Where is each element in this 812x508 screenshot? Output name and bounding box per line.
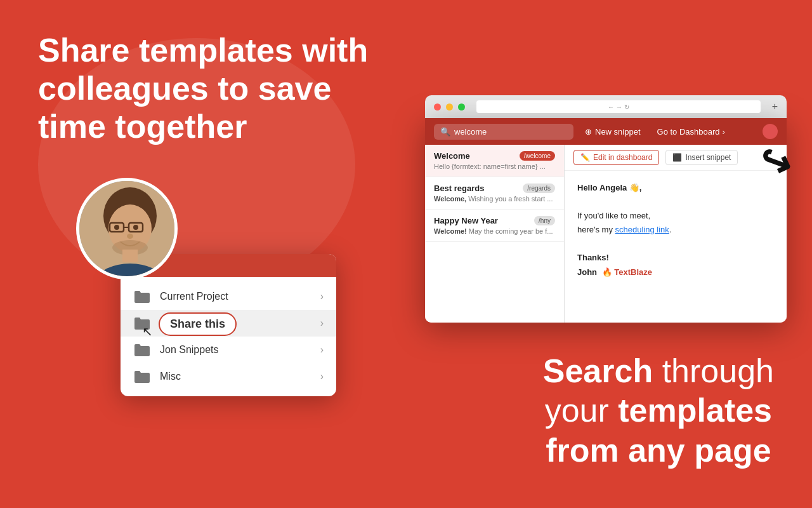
- scheduling-link[interactable]: scheduling link: [615, 225, 669, 234]
- preview-body: Hello Angela 👋, If you'd like to meet, h…: [565, 171, 787, 290]
- new-snippet-button[interactable]: ⊕ New snippet: [580, 124, 646, 140]
- traffic-dot-red: [434, 104, 441, 110]
- snippet-item-hny[interactable]: Happy New Year /hny Welcome! May the com…: [425, 210, 564, 242]
- svg-rect-11: [122, 250, 138, 262]
- preview-toolbar: ✏️ Edit in dashboard ⬛ Insert snippet: [565, 145, 787, 171]
- snippet-list: Welcome /welcome Hello {formtext: name=f…: [425, 145, 565, 323]
- search-box[interactable]: 🔍 welcome: [434, 124, 573, 140]
- edit-in-dashboard-button[interactable]: ✏️ Edit in dashboard: [573, 150, 659, 165]
- snippet-preview-regards: Welcome, Wishing you a fresh start ...: [434, 195, 555, 203]
- textblaze-logo: 🔥 TextBlaze: [602, 267, 652, 277]
- snippet-item-welcome[interactable]: Welcome /welcome Hello {formtext: name=f…: [425, 145, 564, 177]
- preview-thanks: Thanks!: [577, 253, 609, 262]
- preview-line1: If you'd like to meet,: [577, 209, 774, 223]
- popup-toolbar: 🔍 welcome ⊕ New snippet Go to Dashboard …: [425, 118, 787, 145]
- traffic-dot-green: [458, 104, 465, 110]
- tab-plus[interactable]: +: [772, 101, 778, 112]
- chevron-share-this: ›: [320, 318, 324, 329]
- headline: Share templates with colleagues to save …: [38, 32, 393, 145]
- go-dashboard-button[interactable]: Go to Dashboard ›: [652, 124, 730, 140]
- folder-item-jon-snippets[interactable]: Jon Snippets ›: [121, 337, 336, 363]
- browser-mockup: ← → ↻ + 🔍 welcome ⊕ New snippet Go to Da…: [425, 95, 787, 323]
- preview-sign: John 🔥 TextBlaze: [577, 265, 774, 279]
- search-icon: 🔍: [440, 127, 450, 137]
- plus-icon: ⊕: [585, 127, 592, 137]
- folder-item-misc[interactable]: Misc ›: [121, 363, 336, 390]
- preview-pane: ✏️ Edit in dashboard ⬛ Insert snippet He…: [565, 145, 787, 323]
- insert-icon: ⬛: [672, 153, 682, 162]
- folder-label-jon-snippets: Jon Snippets: [160, 344, 320, 356]
- snippet-shortcut-regards: /regards: [523, 184, 555, 193]
- folder-item-current-project[interactable]: Current Project ›: [121, 283, 336, 310]
- folder-label-misc: Misc: [160, 371, 320, 382]
- cursor-arrow: ↖: [142, 324, 153, 339]
- preview-line2: here's my scheduling link.: [577, 223, 774, 237]
- pencil-icon: ✏️: [580, 153, 590, 162]
- popup-content: Welcome /welcome Hello {formtext: name=f…: [425, 145, 787, 323]
- share-annotation: Share this: [159, 312, 237, 336]
- svg-point-7: [133, 225, 138, 230]
- insert-snippet-button[interactable]: ⬛ Insert snippet: [665, 150, 738, 165]
- folder-label-current-project: Current Project: [160, 291, 320, 302]
- avatar: [76, 178, 178, 279]
- preview-greeting: Hello Angela 👋,: [577, 183, 641, 192]
- snippet-shortcut-hny: /hny: [534, 216, 555, 225]
- snippet-preview-hny: Welcome! May the coming year be f...: [434, 227, 555, 235]
- snippet-item-regards[interactable]: Best regards /regards Welcome, Wishing y…: [425, 177, 564, 210]
- folder-list: Current Project › › Jon Snippets › Misc …: [121, 277, 336, 396]
- left-column: Share templates with colleagues to save …: [38, 32, 393, 164]
- chevron-right-icon: ›: [723, 127, 725, 137]
- address-bar: ← → ↻: [476, 100, 761, 113]
- share-circle-label: Share this: [159, 312, 237, 336]
- snippet-shortcut-welcome: /welcome: [520, 151, 555, 161]
- snippet-name-welcome: Welcome: [434, 151, 470, 161]
- snippet-name-hny: Happy New Year: [434, 216, 498, 225]
- snippet-name-regards: Best regards: [434, 184, 484, 193]
- bottom-right-text: Search through your templates from any p…: [543, 351, 774, 470]
- svg-point-6: [114, 225, 119, 230]
- chevron-misc: ›: [320, 371, 324, 382]
- traffic-dot-yellow: [446, 104, 453, 110]
- browser-chrome: ← → ↻ +: [425, 95, 787, 118]
- browser-body: 🔍 welcome ⊕ New snippet Go to Dashboard …: [425, 118, 787, 323]
- svg-point-8: [127, 234, 133, 239]
- search-value: welcome: [454, 127, 487, 137]
- snippet-preview-welcome: Hello {formtext: name=first name} ...: [434, 163, 555, 170]
- chevron-current-project: ›: [320, 291, 324, 302]
- chevron-jon-snippets: ›: [320, 344, 324, 356]
